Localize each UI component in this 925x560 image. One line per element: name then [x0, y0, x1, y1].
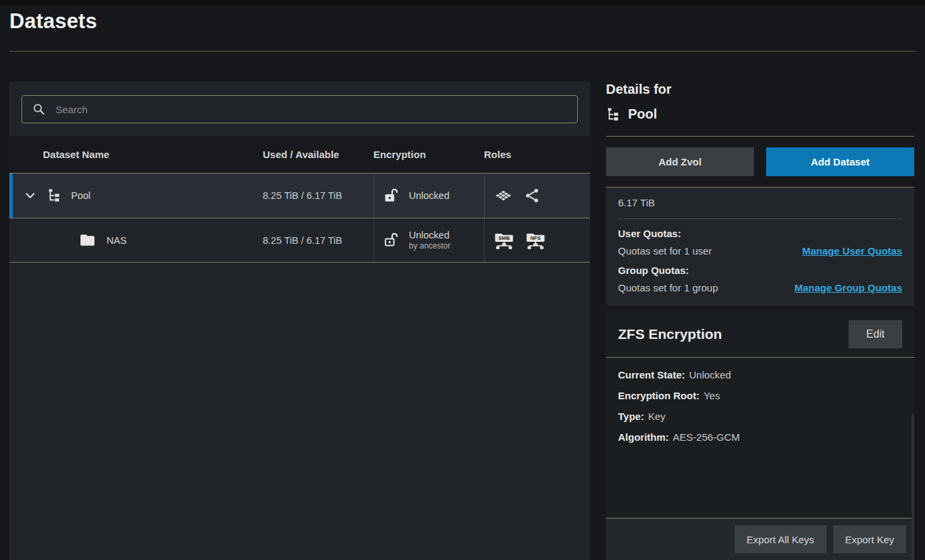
- algorithm-value: AES-256-GCM: [673, 431, 740, 443]
- folder-icon: [79, 232, 96, 249]
- table-header: Dataset Name Used / Available Encryption…: [9, 136, 590, 173]
- details-target: Pool: [606, 107, 914, 122]
- pool-name-cell: Pool: [9, 173, 263, 218]
- nas-used-cell: 8.25 TiB / 6.17 TiB: [263, 218, 373, 262]
- details-divider: [606, 136, 914, 137]
- header-divider: [9, 51, 916, 52]
- details-panel: Details for Pool Add Zvol Add Dataset 6.…: [606, 80, 914, 560]
- column-header-encryption: Encryption: [373, 149, 484, 160]
- dataset-name-label: Pool: [71, 190, 90, 201]
- table-row-nas[interactable]: NAS 8.25 TiB / 6.17 TiB Unlocked by ance…: [9, 218, 590, 263]
- add-zvol-button[interactable]: Add Zvol: [606, 147, 754, 176]
- quota-divider: [618, 218, 902, 219]
- search-input[interactable]: [54, 103, 567, 116]
- share-icon: [524, 188, 540, 204]
- nas-encryption-cell: Unlocked by ancestor: [373, 218, 484, 262]
- column-header-roles: Roles: [484, 149, 590, 160]
- space-management-card: 6.17 TiB User Quotas: Quotas set for 1 u…: [606, 187, 914, 305]
- search-box[interactable]: [21, 95, 578, 123]
- zfs-encryption-footer: Export All Keys Export Key: [606, 518, 914, 560]
- table-row-pool[interactable]: Pool 8.25 TiB / 6.17 TiB Unlocked: [9, 173, 590, 218]
- zfs-encryption-card: ZFS Encryption Edit Current State:Unlock…: [606, 311, 914, 560]
- dataset-tree-icon: [47, 188, 62, 203]
- user-quotas-value: Quotas set for 1 user: [618, 245, 712, 257]
- nfs-icon-label: NFS: [530, 235, 540, 241]
- panel-scrollbar[interactable]: [912, 414, 914, 560]
- details-dataset-name: Pool: [628, 107, 657, 122]
- pool-roles-cell: [484, 173, 590, 218]
- algorithm-label: Algorithm:: [618, 431, 669, 443]
- add-dataset-button[interactable]: Add Dataset: [766, 147, 914, 176]
- group-quotas-row: Quotas set for 1 group Manage Group Quot…: [618, 282, 902, 293]
- export-key-button[interactable]: Export Key: [833, 525, 906, 553]
- zfs-encryption-header: ZFS Encryption Edit: [606, 311, 914, 357]
- datasets-table-card: Dataset Name Used / Available Encryption…: [9, 82, 590, 560]
- smb-share-icon: SMB: [494, 231, 514, 250]
- smb-icon-label: SMB: [498, 235, 509, 241]
- algorithm-line: Algorithm:AES-256-GCM: [618, 431, 902, 443]
- encryption-state-label: Unlocked: [409, 229, 450, 241]
- current-state-value: Unlocked: [689, 369, 731, 380]
- encryption-detail-label: by ancestor: [409, 241, 450, 251]
- export-all-keys-button[interactable]: Export All Keys: [735, 525, 826, 553]
- zfs-encryption-title: ZFS Encryption: [618, 326, 722, 342]
- lock-open-filled-icon: [383, 188, 400, 204]
- current-state-line: Current State:Unlocked: [618, 369, 902, 380]
- encryption-root-label: Encryption Root:: [618, 390, 700, 401]
- current-state-label: Current State:: [618, 369, 685, 380]
- user-quotas-label: User Quotas:: [618, 228, 902, 239]
- lock-open-outline-icon: [383, 232, 400, 249]
- dataset-tree-icon: [606, 107, 621, 122]
- manage-group-quotas-link[interactable]: Manage Group Quotas: [794, 282, 902, 293]
- nas-roles-cell: SMB NFS: [484, 218, 590, 262]
- group-quotas-value: Quotas set for 1 group: [618, 282, 718, 293]
- manage-user-quotas-link[interactable]: Manage User Quotas: [802, 245, 902, 257]
- group-quotas-label: Group Quotas:: [618, 265, 902, 276]
- search-section: [9, 82, 590, 136]
- column-header-used-available: Used / Available: [263, 149, 373, 160]
- details-heading: Details for: [606, 82, 914, 97]
- edit-encryption-button[interactable]: Edit: [849, 320, 902, 348]
- column-header-dataset-name: Dataset Name: [9, 149, 263, 160]
- type-line: Type:Key: [618, 411, 902, 422]
- chevron-down-icon: [23, 188, 38, 203]
- encryption-state-stack: Unlocked by ancestor: [409, 229, 450, 251]
- encryption-root-value: Yes: [704, 390, 720, 401]
- type-label: Type:: [618, 411, 644, 422]
- encryption-root-line: Encryption Root:Yes: [618, 390, 902, 401]
- page-title: Datasets: [9, 9, 97, 33]
- nas-name-cell: NAS: [9, 218, 263, 262]
- search-icon: [32, 102, 46, 116]
- encryption-state-label: Unlocked: [409, 190, 449, 201]
- zfs-encryption-body: Current State:Unlocked Encryption Root:Y…: [606, 358, 914, 518]
- user-quotas-row: Quotas set for 1 user Manage User Quotas: [618, 245, 902, 257]
- dataset-name-label: NAS: [107, 235, 127, 246]
- type-value: Key: [648, 411, 666, 422]
- expand-toggle-button[interactable]: [23, 188, 38, 203]
- nfs-share-icon: NFS: [526, 231, 546, 250]
- pool-encryption-cell: Unlocked: [373, 173, 484, 218]
- pool-used-cell: 8.25 TiB / 6.17 TiB: [263, 173, 373, 218]
- apps-icon: [494, 187, 513, 204]
- window-top-strip: [0, 0, 925, 5]
- details-action-buttons: Add Zvol Add Dataset: [606, 147, 914, 176]
- available-space-value: 6.17 TiB: [618, 197, 902, 208]
